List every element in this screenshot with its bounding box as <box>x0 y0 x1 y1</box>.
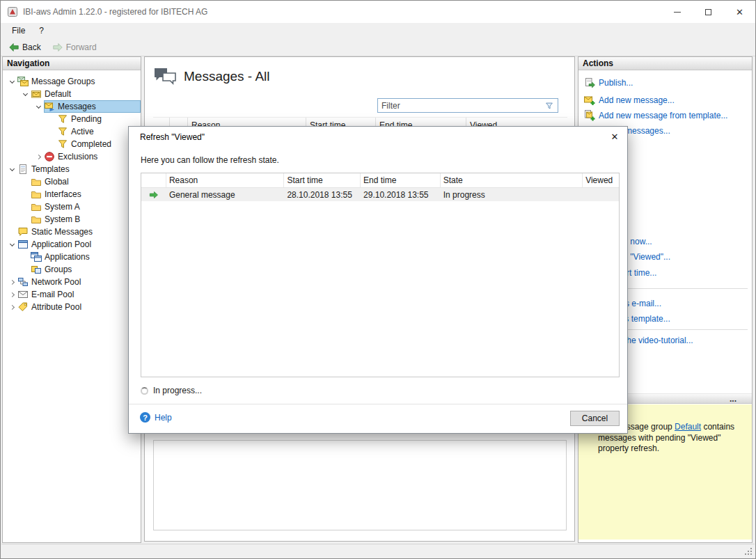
tree-expander-icon[interactable] <box>7 301 17 313</box>
maximize-button[interactable] <box>693 1 724 23</box>
refresh-state-table: ReasonStart timeEnd timeStateViewed Gene… <box>141 173 620 377</box>
tree-item-message-groups[interactable]: Message Groups <box>3 75 141 88</box>
filter-input[interactable] <box>381 101 542 111</box>
tree-item-network-pool[interactable]: Network Pool <box>3 276 141 288</box>
tree-item-applications[interactable]: Applications <box>3 251 141 263</box>
tree-item-completed[interactable]: Completed <box>3 138 141 150</box>
tree-item-interfaces[interactable]: Interfaces <box>3 188 141 200</box>
action-add-new-message[interactable]: Add new message... <box>584 93 750 107</box>
help-icon: ? <box>140 412 150 423</box>
tree-item-messages[interactable]: Messages <box>3 100 141 113</box>
expander-spacer <box>47 113 57 125</box>
messages-header-icon <box>153 65 177 86</box>
resize-grip[interactable] <box>745 548 752 555</box>
dialog-close-button[interactable]: ✕ <box>602 127 627 146</box>
tree-item-label: Messages <box>55 102 99 111</box>
tree-item-label: Network Pool <box>29 277 84 287</box>
tree-expander-icon[interactable] <box>7 276 17 288</box>
tree-item-label: System B <box>42 214 83 224</box>
tree-item-label: Groups <box>42 265 74 274</box>
tree-item-system-b[interactable]: System B <box>3 213 141 226</box>
tree-item-default[interactable]: Default <box>3 88 141 100</box>
messages-icon <box>44 101 55 112</box>
tree-item-attribute-pool[interactable]: Attribute Pool <box>3 301 141 313</box>
menu-item-file[interactable]: File <box>5 24 32 38</box>
dialog-column-header-start-time[interactable]: Start time <box>284 173 361 187</box>
dialog-column-header-state[interactable]: State <box>441 173 583 187</box>
close-button[interactable]: ✕ <box>724 1 755 23</box>
menu-item-help[interactable]: ? <box>32 24 51 38</box>
tree-item-label: Templates <box>29 164 72 174</box>
message-groups-icon <box>17 76 29 87</box>
folder-icon <box>31 214 42 225</box>
forward-label: Forward <box>66 42 97 52</box>
refresh-table-body: General message28.10.2018 13:5529.10.201… <box>141 188 619 201</box>
action-publish[interactable]: Publish... <box>584 76 750 90</box>
dialog-column-header-reason[interactable]: Reason <box>166 173 285 187</box>
tree-item-label: Completed <box>68 139 114 149</box>
minimize-button[interactable] <box>661 1 693 23</box>
tree-item-e-mail-pool[interactable]: E-mail Pool <box>3 288 141 301</box>
tree-item-exclusions[interactable]: Exclusions <box>3 150 141 163</box>
groups-icon <box>31 264 42 275</box>
tree-expander-icon[interactable] <box>7 75 17 88</box>
exclusions-icon <box>44 151 55 162</box>
close-icon: ✕ <box>736 7 743 17</box>
back-button[interactable]: Back <box>3 40 46 54</box>
action-add-new-message-from-template[interactable]: Add new message from template... <box>584 109 750 123</box>
add-message-icon <box>584 95 595 106</box>
tree-item-global[interactable]: Global <box>3 175 141 188</box>
toolbar: Back Forward <box>1 38 755 56</box>
tree-item-pending[interactable]: Pending <box>3 113 141 125</box>
tree-expander-icon[interactable] <box>20 88 31 100</box>
tree-item-static-messages[interactable]: Static Messages <box>3 226 141 238</box>
action-label: Add new message... <box>599 95 675 105</box>
tree-expander-icon[interactable] <box>7 288 17 301</box>
status-text: In progress... <box>153 386 202 395</box>
action-label: Publish... <box>599 78 633 88</box>
default-group-link[interactable]: Default <box>675 422 701 432</box>
tree-item-label: Application Pool <box>29 239 94 249</box>
tree-item-label: Default <box>42 89 74 99</box>
forward-button[interactable]: Forward <box>47 40 102 54</box>
cancel-button[interactable]: Cancel <box>570 411 620 426</box>
page-title: Messages - All <box>184 69 270 84</box>
refresh-table-header: ReasonStart timeEnd timeStateViewed <box>141 173 619 188</box>
tree-expander-icon[interactable] <box>7 163 17 175</box>
folder-icon <box>31 189 42 200</box>
expander-spacer <box>20 213 31 226</box>
info-section-header-text: ... <box>730 394 737 404</box>
email-pool-icon <box>17 289 29 300</box>
filter-icon <box>57 126 68 137</box>
dialog-status: In progress... <box>141 386 202 395</box>
tree-item-application-pool[interactable]: Application Pool <box>3 238 141 251</box>
window-controls: ✕ <box>661 1 755 23</box>
folder-icon <box>31 201 42 212</box>
add-message-template-icon <box>584 110 595 121</box>
navigation-panel: Navigation Message GroupsDefaultMessages… <box>2 56 141 543</box>
help-link[interactable]: ? Help <box>140 412 172 423</box>
tree-item-label: Interfaces <box>42 189 84 199</box>
publish-icon <box>584 77 595 88</box>
filter-icon <box>57 139 68 150</box>
filter-icon <box>57 113 68 125</box>
tree-item-label: Message Groups <box>29 77 97 86</box>
dialog-column-header-icon[interactable] <box>141 173 166 187</box>
filter-funnel-icon <box>544 101 554 111</box>
arrow-right-icon <box>149 190 159 200</box>
tree-expander-icon[interactable] <box>7 238 17 251</box>
message-group-icon <box>31 88 42 100</box>
static-messages-icon <box>17 226 29 237</box>
app-icon <box>7 6 18 17</box>
dialog-column-header-viewed[interactable]: Viewed <box>583 173 619 187</box>
minimize-icon <box>674 12 681 13</box>
tree-expander-icon[interactable] <box>33 100 44 113</box>
tree-item-system-a[interactable]: System A <box>3 200 141 213</box>
dialog-column-header-end-time[interactable]: End time <box>361 173 441 187</box>
tree-item-label: Active <box>68 127 97 136</box>
refresh-table-row[interactable]: General message28.10.2018 13:5529.10.201… <box>141 188 619 201</box>
tree-expander-icon[interactable] <box>33 150 44 163</box>
tree-item-templates[interactable]: Templates <box>3 163 141 175</box>
tree-item-groups[interactable]: Groups <box>3 263 141 276</box>
tree-item-active[interactable]: Active <box>3 125 141 138</box>
